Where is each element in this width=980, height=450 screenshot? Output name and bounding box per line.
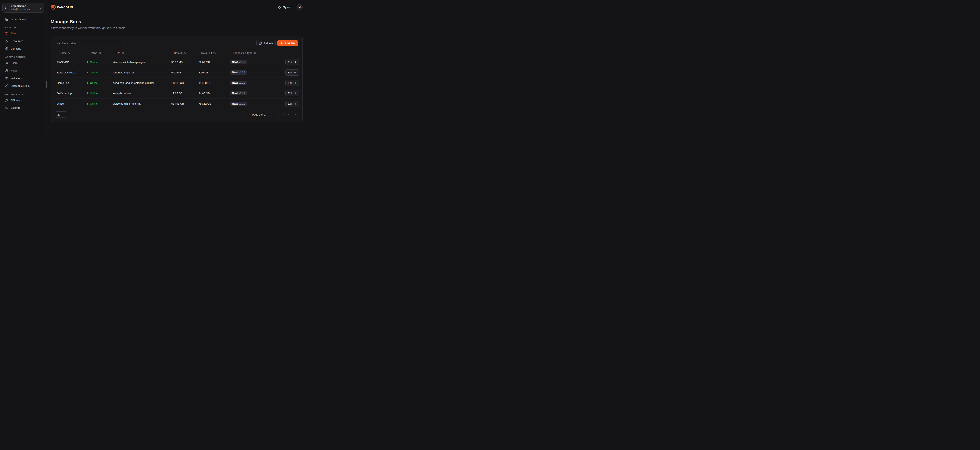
org-selector[interactable]: Organization milo@fossorial.io's ... [2, 3, 44, 13]
sidebar-item[interactable]: Domains [2, 46, 44, 52]
row-more-button[interactable] [279, 92, 283, 95]
cell-online: Online [85, 81, 111, 84]
plus-icon [280, 42, 283, 45]
sort-name[interactable]: Name [60, 52, 70, 54]
arrow-up-down-icon [184, 52, 186, 54]
sort-site[interactable]: Site [116, 52, 124, 54]
ellipsis-icon [280, 102, 282, 105]
sidebar-item-label: API Keys [11, 99, 22, 101]
theme-toggle-button[interactable]: System [278, 6, 292, 9]
next-page-button[interactable] [286, 112, 291, 117]
search-icon [57, 42, 60, 45]
cell-actions: Edit [277, 69, 301, 76]
cell-site: dead-san-joaquin-antelope-squirrel [111, 81, 170, 84]
edit-button[interactable]: Edit [285, 90, 299, 96]
arrow-right-icon [294, 71, 296, 74]
pagination: 20 Page 1 of 1 [55, 111, 298, 118]
sites-card: Refresh Add Site Name Online Site Data I… [51, 36, 302, 122]
sidebar-item[interactable]: Users [2, 60, 44, 66]
edit-button[interactable]: Edit [285, 59, 299, 65]
sidebar-item-label: Shareable Links [11, 84, 30, 87]
connection-type-badge: Newt v1.3.2 [230, 70, 247, 74]
online-status-label: Online [90, 71, 98, 74]
cell-actions: Edit [277, 90, 301, 96]
waypoints-icon [5, 40, 8, 43]
cell-connection-type: Newt v1.3.2 [228, 70, 277, 74]
sidebar-item-label: Sites [11, 32, 16, 35]
sidebar-item[interactable]: Settings [2, 105, 44, 111]
cell-site: smug-brown-rat [111, 92, 170, 95]
connection-name: Newt [232, 81, 238, 84]
table-row: Jeff's Laptop Online smug-brown-rat 12.6… [55, 88, 298, 98]
edit-button[interactable]: Edit [285, 80, 299, 86]
online-status-dot [87, 82, 88, 84]
connection-version: v1.3.2 [239, 81, 245, 84]
page-size-select[interactable]: 20 [55, 111, 67, 118]
edit-button[interactable]: Edit [285, 101, 299, 107]
edit-button[interactable]: Edit [285, 69, 299, 76]
sidebar-item[interactable]: Resources [2, 38, 44, 44]
sort-data-out[interactable]: Data Out [201, 52, 216, 54]
sidebar-section-access-control: ACCESS CONTROL Users Roles Invitations [2, 56, 44, 89]
last-page-button[interactable] [293, 112, 298, 117]
org-title: Organization [11, 5, 26, 8]
cell-data-in: 534.98 GB [170, 102, 197, 105]
search-input[interactable] [62, 42, 123, 45]
building-icon [5, 6, 9, 9]
chevrons-up-down-icon [39, 6, 42, 9]
top-header: PANGOLIN System M [51, 0, 302, 14]
sidebar-item[interactable]: API Keys [2, 97, 44, 103]
connection-name: Newt [232, 102, 238, 105]
arrow-up-down-icon [121, 52, 124, 54]
online-status-dot [87, 61, 88, 63]
online-status-dot [87, 92, 88, 94]
sidebar-section-organization: ORGANIZATION API Keys Settings [2, 93, 44, 111]
sites-table: Name Online Site Data In Data Out Connec… [55, 49, 298, 109]
cell-data-in: 5.00 MB [170, 71, 197, 74]
cell-name: Home Lab [55, 81, 85, 84]
sidebar-item[interactable]: Invitations [2, 75, 44, 81]
sort-online[interactable]: Online [89, 52, 101, 54]
sidebar-item-label: Domains [11, 47, 21, 50]
theme-label: System [283, 6, 292, 9]
arrow-right-icon [294, 61, 296, 63]
row-more-button[interactable] [279, 60, 283, 64]
row-more-button[interactable] [279, 71, 283, 74]
section-label: GENERAL [2, 27, 44, 29]
sidebar-item-label: Roles [11, 69, 18, 72]
row-more-button[interactable] [279, 81, 283, 85]
row-more-button[interactable] [279, 102, 283, 106]
avatar[interactable]: M [296, 4, 302, 10]
sort-connection-type[interactable]: Connection Type [233, 52, 256, 54]
cell-name: AWS VPC [55, 61, 85, 63]
sidebar-item-label: Resources [11, 40, 23, 43]
refresh-button[interactable]: Refresh [256, 40, 275, 46]
section-label: ORGANIZATION [2, 93, 44, 95]
online-status-dot [87, 72, 88, 73]
cell-data-out: 141.68 GB [197, 81, 228, 84]
sidebar-item[interactable]: Sites [2, 30, 44, 36]
ellipsis-icon [280, 92, 282, 95]
sidebar-scrollbar[interactable] [46, 81, 47, 88]
cell-connection-type: Newt v1.3.2 [228, 101, 277, 106]
table-header-row: Name Online Site Data In Data Out Connec… [55, 49, 298, 57]
cell-data-out: 3.20 MB [197, 71, 228, 74]
table-row: Edge Device 01 Online fortunate-cape-fox… [55, 67, 298, 78]
app-root: Organization milo@fossorial.io's ... Ser… [0, 0, 307, 139]
sidebar-item-label: Settings [11, 106, 20, 109]
sort-data-in[interactable]: Data In [174, 52, 186, 54]
sidebar-item[interactable]: Shareable Links [2, 83, 44, 89]
brand: PANGOLIN [51, 5, 73, 10]
first-page-button[interactable] [271, 112, 276, 117]
refresh-icon [259, 42, 262, 45]
connection-type-badge: Newt v1.3.2 [230, 91, 247, 95]
cell-connection-type: Newt v1.3.2 [228, 81, 277, 85]
settings-icon [5, 106, 8, 109]
add-site-button[interactable]: Add Site [277, 40, 298, 46]
ellipsis-icon [280, 71, 282, 74]
table-row: Office Online welcome-giant-mole-rat 534… [55, 98, 298, 109]
prev-page-button[interactable] [278, 112, 283, 117]
sidebar-item-server-admin[interactable]: Server Admin [2, 16, 44, 22]
connection-version: v1.3.2 [239, 92, 245, 95]
sidebar-item[interactable]: Roles [2, 68, 44, 74]
